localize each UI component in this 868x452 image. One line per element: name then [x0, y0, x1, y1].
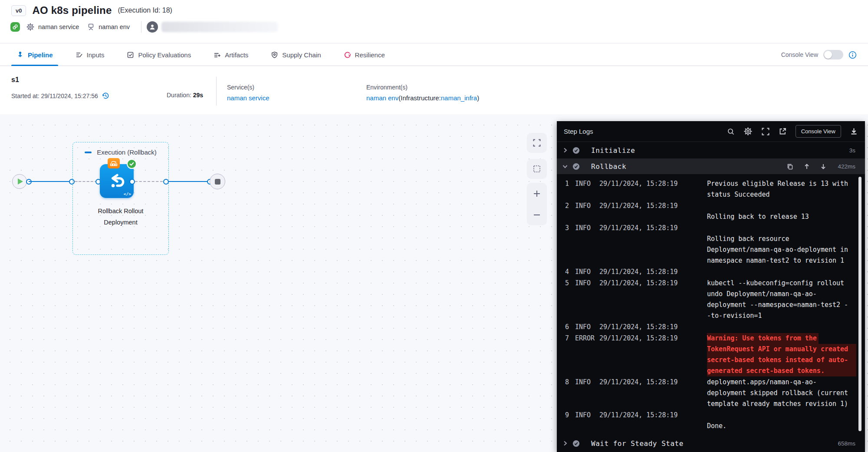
- divider: [216, 77, 217, 106]
- service-link[interactable]: naman service: [227, 94, 270, 102]
- log-section-rollback[interactable]: Rollback 422ms: [557, 158, 865, 174]
- duration-value: 29s: [193, 92, 203, 99]
- environment-link[interactable]: naman env: [366, 94, 398, 102]
- step-label-line1: Rollback Rollout: [72, 205, 169, 217]
- services-label: Service(s): [227, 84, 270, 91]
- duration-label: Duration:: [167, 92, 191, 99]
- resilience-icon: [344, 51, 351, 59]
- zoom-out-button[interactable]: [527, 205, 547, 225]
- tab-pipeline[interactable]: Pipeline: [11, 44, 58, 66]
- log-line: 1INFO29/11/2024, 15:28:19Previous eligib…: [564, 178, 865, 200]
- chevron-right-icon[interactable]: [562, 440, 569, 446]
- services-column: Service(s) naman service: [227, 84, 270, 102]
- toggle-knob: [824, 51, 832, 59]
- avatar-person-icon: [149, 23, 156, 30]
- tab-label: Resilience: [355, 51, 385, 59]
- tab-label: Artifacts: [225, 51, 248, 59]
- pipeline-icon: [16, 51, 24, 59]
- step-node-label: Rollback Rollout Deployment: [72, 205, 169, 228]
- zoom-in-icon: [533, 189, 541, 198]
- section-title: Wait for Steady State: [591, 439, 684, 448]
- arrow-up-icon[interactable]: [804, 163, 810, 170]
- expand-fullscreen-icon[interactable]: [761, 127, 770, 136]
- log-section-wait-for-steady-state[interactable]: Wait for Steady State 658ms: [557, 435, 865, 452]
- environment-name[interactable]: naman env: [99, 23, 130, 30]
- started-value: 29/11/2024, 15:27:56: [41, 92, 98, 99]
- link-icon: [12, 24, 18, 30]
- chevron-right-icon[interactable]: [562, 147, 569, 153]
- execution-rollback-group[interactable]: Execution (Rollback): [72, 142, 169, 255]
- infrastructure-prefix: (Infrastructure:: [398, 94, 441, 102]
- tab-label: Pipeline: [28, 51, 53, 59]
- info-icon[interactable]: [848, 51, 857, 59]
- tab-supply-chain[interactable]: Supply Chain: [266, 44, 326, 66]
- infrastructure-link[interactable]: naman_infra: [441, 94, 477, 102]
- tab-label: Policy Evaluations: [138, 51, 191, 59]
- page-title: AO k8s pipeline: [32, 4, 112, 16]
- step-logs-header: Step Logs: [557, 121, 865, 142]
- version-badge: v0: [11, 5, 26, 16]
- section-duration: 3s: [849, 147, 855, 154]
- connector-port[interactable]: [163, 179, 169, 185]
- check-circle-icon: [572, 440, 580, 447]
- rollback-arrow-icon: [108, 172, 126, 190]
- edge-solid: [29, 181, 72, 182]
- arrow-down-icon[interactable]: [820, 163, 826, 170]
- inputs-icon: [76, 51, 83, 59]
- collapse-icon[interactable]: [85, 152, 92, 153]
- pipeline-start-node[interactable]: [12, 174, 27, 189]
- tab-label: Inputs: [87, 51, 105, 59]
- policy-icon: [127, 51, 134, 59]
- section-duration: 658ms: [838, 440, 855, 447]
- log-line: 8INFO29/11/2024, 15:28:19deployment.apps…: [564, 377, 865, 409]
- log-line: 5INFO29/11/2024, 15:28:19kubectl --kubec…: [564, 278, 865, 321]
- marquee-select-icon: [533, 165, 541, 173]
- group-header: Execution (Rollback): [73, 148, 168, 156]
- started-at: Started at: 29/11/2024, 15:27:56: [11, 92, 110, 100]
- stage-name: s1: [11, 76, 19, 84]
- step-label-line2: Deployment: [72, 217, 169, 228]
- supply-chain-shield-icon: [271, 51, 278, 59]
- log-section-initialize[interactable]: Initialize 3s: [557, 142, 865, 158]
- zoom-in-button[interactable]: [527, 183, 547, 204]
- console-view-control: Console View: [781, 50, 857, 59]
- tab-inputs[interactable]: Inputs: [70, 44, 110, 66]
- service-name[interactable]: naman service: [38, 23, 79, 30]
- check-circle-icon: [572, 163, 580, 170]
- pipeline-end-node[interactable]: [210, 174, 225, 189]
- history-icon[interactable]: [102, 92, 110, 100]
- tab-policy-evaluations[interactable]: Policy Evaluations: [122, 44, 196, 66]
- log-output-area[interactable]: 1INFO29/11/2024, 15:28:19Previous eligib…: [557, 174, 865, 435]
- chevron-down-icon[interactable]: [562, 163, 569, 169]
- environment-icon: [87, 23, 95, 31]
- duration: Duration: 29s: [167, 92, 203, 99]
- title-row: v0 AO k8s pipeline (Execution Id: 18): [11, 4, 172, 16]
- artifacts-icon: [214, 51, 221, 59]
- fit-to-screen-button[interactable]: [527, 133, 547, 153]
- rollback-step-node[interactable]: </>: [100, 164, 134, 198]
- console-view-toggle[interactable]: [823, 50, 843, 59]
- log-settings-gear-icon[interactable]: [743, 127, 753, 136]
- copy-icon[interactable]: [787, 163, 793, 170]
- tab-resilience[interactable]: Resilience: [339, 44, 390, 66]
- open-external-icon[interactable]: [779, 127, 787, 135]
- search-icon[interactable]: [727, 128, 735, 135]
- step-logs-panel: Step Logs: [557, 121, 865, 452]
- tab-bar: Pipeline Inputs Policy Evaluations Artif…: [0, 44, 868, 66]
- tab-artifacts[interactable]: Artifacts: [208, 44, 253, 66]
- check-circle-icon: [572, 147, 580, 154]
- console-view-button[interactable]: Console View: [796, 125, 841, 138]
- download-icon[interactable]: [850, 127, 858, 135]
- section-duration: 422ms: [838, 163, 855, 170]
- log-scrollbar[interactable]: [858, 177, 861, 431]
- infrastructure-suffix: ): [477, 94, 479, 102]
- section-title: Rollback: [591, 162, 626, 171]
- tab-label: Supply Chain: [282, 51, 321, 59]
- execution-id: (Execution Id: 18): [118, 7, 172, 14]
- edge-dashed: [135, 181, 163, 182]
- meta-row: naman service naman env: [10, 21, 278, 33]
- connector-port[interactable]: [129, 179, 135, 185]
- marquee-select-button[interactable]: [527, 159, 547, 179]
- log-line: 7ERROR29/11/2024, 15:28:19Warning: Use t…: [564, 333, 865, 376]
- avatar[interactable]: [147, 21, 158, 33]
